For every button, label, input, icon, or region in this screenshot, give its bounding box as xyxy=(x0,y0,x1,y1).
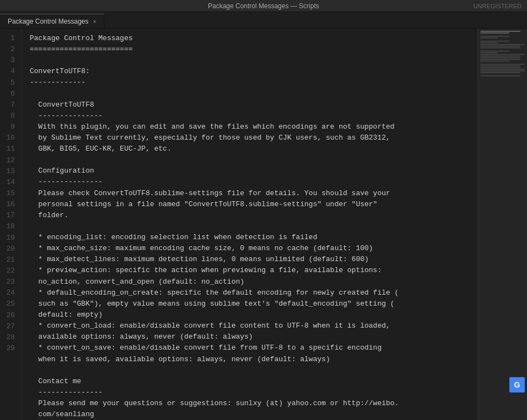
minimap-line xyxy=(480,77,525,78)
line-number: 4 xyxy=(4,66,15,77)
editor-line: * preview_action: specific the action wh… xyxy=(30,265,477,276)
line-number: 17 xyxy=(4,210,15,221)
minimap-line xyxy=(480,75,520,76)
line-number: 13 xyxy=(4,166,15,177)
editor-line: no_action, convert_and_open (default: no… xyxy=(30,277,477,288)
line-number: 22 xyxy=(4,266,15,277)
minimap-line xyxy=(480,67,520,68)
line-number: 3 xyxy=(4,55,15,66)
editor-line: --------------- xyxy=(30,387,477,398)
line-number: 20 xyxy=(4,244,15,255)
editor-line: available options: always, never (defaul… xyxy=(30,331,477,342)
minimap-line xyxy=(480,34,525,35)
line-number: 5 xyxy=(4,78,15,89)
line-number: 15 xyxy=(4,188,15,199)
minimap-line xyxy=(480,69,525,70)
line-number: 19 xyxy=(4,233,15,244)
editor-line: ------------- xyxy=(30,77,477,88)
minimap-line xyxy=(480,49,525,50)
editor-line: Configuration xyxy=(30,165,477,176)
minimap-line xyxy=(480,36,509,37)
line-number: 9 xyxy=(4,121,15,132)
minimap-line xyxy=(480,56,520,57)
editor-line: * encoding_list: encoding selection list… xyxy=(30,232,477,243)
editor-line: com/seanliang xyxy=(30,409,477,420)
editor-line xyxy=(30,89,477,100)
editor-line: * max_cache_size: maximum encoding cache… xyxy=(30,243,477,254)
unregistered-label: UNREGISTERED xyxy=(474,3,521,9)
minimap-line xyxy=(480,57,520,58)
editor-line: * max_detect_lines: maximum detection li… xyxy=(30,254,477,265)
editor-line: * convert_on_load: enable/disable conver… xyxy=(30,320,477,331)
line-number: 6 xyxy=(4,89,15,100)
editor-line: Please check ConvertToUTF8.sublime-setti… xyxy=(30,188,477,199)
minimap-line xyxy=(480,41,509,42)
line-number: 18 xyxy=(4,221,15,232)
minimap-line xyxy=(480,64,525,65)
line-number: 23 xyxy=(4,277,15,288)
minimap-line xyxy=(480,51,509,52)
tab-close-button[interactable]: × xyxy=(93,18,96,25)
line-number: 14 xyxy=(4,177,15,188)
tab-label: Package Control Messages xyxy=(8,18,89,25)
line-number: 24 xyxy=(4,288,15,299)
editor-line: Contact me xyxy=(30,376,477,387)
minimap-line xyxy=(480,74,525,75)
minimap-line xyxy=(480,59,520,60)
window-title: Package Control Messages — Scripts xyxy=(208,2,319,10)
editor-line: --------------- xyxy=(30,110,477,121)
minimap-line xyxy=(480,60,509,62)
editor-container: 123456789 10111213 1415161718 19 20 21 2… xyxy=(0,29,527,420)
minimap-line xyxy=(480,72,520,73)
editor-line: With this plugin, you can edit and save … xyxy=(30,121,477,132)
minimap-line xyxy=(480,37,498,38)
line-number: 10 xyxy=(4,132,15,143)
editor-line: Please send me your questions or suggest… xyxy=(30,398,477,409)
line-number: 16 xyxy=(4,199,15,210)
editor-content[interactable]: Package Control Messages================… xyxy=(22,29,477,420)
line-number: 12 xyxy=(4,155,15,166)
google-icon[interactable]: G xyxy=(509,377,525,393)
line-number: 27 xyxy=(4,321,15,332)
editor-line xyxy=(30,55,477,66)
minimap-line xyxy=(480,44,525,45)
editor-line: ConvertToUTF8: xyxy=(30,66,477,77)
editor-line: ======================== xyxy=(30,44,477,55)
line-number: 28 xyxy=(4,332,15,343)
editor-line xyxy=(30,221,477,232)
minimap-line xyxy=(480,52,498,53)
editor-line: when it is saved, available options: alw… xyxy=(30,354,477,365)
editor-line: * convert_on_save: enable/disable conver… xyxy=(30,342,477,353)
editor-line: such as "GBK"), empty value means using … xyxy=(30,299,477,310)
line-numbers: 123456789 10111213 1415161718 19 20 21 2… xyxy=(0,29,22,420)
editor-line: folder. xyxy=(30,210,477,221)
tab-package-control[interactable]: Package Control Messages × xyxy=(0,14,105,28)
editor-line xyxy=(30,365,477,376)
minimap[interactable]: G xyxy=(477,29,527,420)
line-number: 21 xyxy=(4,255,15,266)
editor-line: by Sublime Text currently, especially fo… xyxy=(30,132,477,143)
line-number: 7 xyxy=(4,100,15,110)
editor-line: * default_encoding_on_create: specific t… xyxy=(30,288,477,299)
minimap-line xyxy=(480,54,525,55)
editor-line: GBK, BIG5, EUC-KR, EUC-JP, etc. xyxy=(30,143,477,154)
line-number: 29 xyxy=(4,343,15,354)
editor-line: personal settings in a file named "Conve… xyxy=(30,199,477,210)
editor-line: --------------- xyxy=(30,176,477,187)
line-number: 2 xyxy=(4,44,15,55)
line-number: 8 xyxy=(4,110,15,121)
editor-line: default: empty) xyxy=(30,310,477,320)
editor-line xyxy=(30,154,477,165)
minimap-line xyxy=(480,32,509,34)
minimap-line xyxy=(480,62,525,63)
line-number: 11 xyxy=(4,143,15,154)
editor-line: ConvertToUTF8 xyxy=(30,100,477,110)
minimap-line xyxy=(480,39,525,40)
editor-line: Package Control Messages xyxy=(30,33,477,44)
minimap-line xyxy=(480,42,498,43)
line-number: 25 xyxy=(4,299,15,310)
minimap-line xyxy=(480,47,520,48)
title-bar: Package Control Messages — Scripts UNREG… xyxy=(0,0,527,12)
minimap-line xyxy=(480,65,520,67)
minimap-line xyxy=(480,70,525,71)
